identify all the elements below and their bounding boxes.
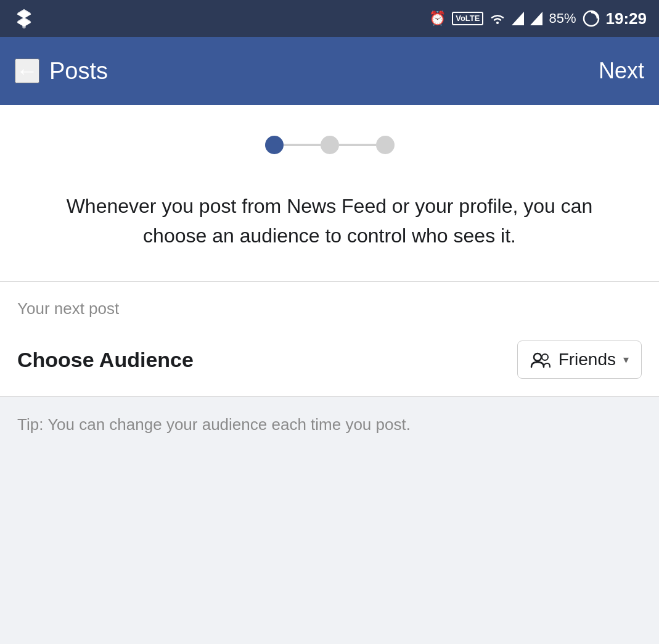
audience-button-label: Friends (559, 350, 616, 369)
step-line-1 (284, 144, 321, 146)
audience-row: Choose Audience Friends ▾ (0, 328, 659, 396)
bottom-section: Tip: You can change your audience each t… (0, 397, 659, 520)
main-content: Whenever you post from News Feed or your… (0, 105, 659, 397)
audience-selector-button[interactable]: Friends ▾ (517, 341, 642, 379)
svg-point-10 (542, 354, 548, 360)
battery-icon (583, 10, 600, 27)
svg-point-4 (22, 25, 26, 28)
svg-point-5 (496, 22, 499, 24)
stepper (0, 105, 659, 179)
status-bar: ⏰ VoLTE 85% 19:29 (0, 0, 659, 37)
alarm-icon: ⏰ (429, 10, 446, 27)
battery-percentage: 85% (549, 10, 576, 27)
wifi-icon (489, 12, 506, 25)
volte-badge: VoLTE (452, 12, 483, 25)
description-text: Whenever you post from News Feed or your… (0, 179, 659, 281)
svg-marker-6 (512, 12, 524, 25)
back-button[interactable]: ← (15, 59, 39, 83)
svg-point-9 (534, 353, 541, 361)
section-label: Your next post (0, 282, 659, 328)
svg-marker-7 (530, 12, 542, 25)
next-button[interactable]: Next (599, 58, 644, 84)
signal-icon-2 (530, 12, 542, 25)
step-line-2 (339, 144, 376, 146)
status-bar-left (12, 7, 36, 30)
nav-bar: ← Posts Next (0, 37, 659, 105)
friends-icon (530, 351, 551, 368)
step-dot-2 (321, 136, 339, 154)
clock-time: 19:29 (606, 9, 647, 28)
svg-point-8 (584, 11, 599, 26)
status-bar-right: ⏰ VoLTE 85% 19:29 (429, 9, 647, 28)
nav-left: ← Posts (15, 58, 108, 85)
signal-icon-1 (512, 12, 524, 25)
choose-audience-label: Choose Audience (17, 348, 194, 372)
dropbox-icon (12, 7, 36, 30)
step-dot-1 (265, 136, 284, 154)
chevron-down-icon: ▾ (623, 353, 629, 366)
page-title: Posts (49, 58, 108, 85)
step-dot-3 (376, 136, 395, 154)
tip-text: Tip: You can change your audience each t… (17, 415, 642, 434)
